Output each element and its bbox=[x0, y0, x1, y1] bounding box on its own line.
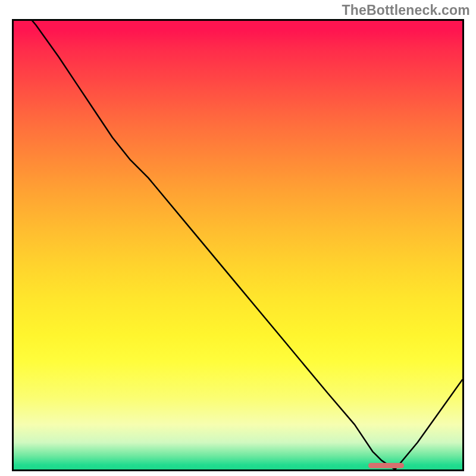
watermark-text: TheBottleneck.com bbox=[342, 2, 470, 18]
chart-frame bbox=[12, 19, 464, 471]
chart-plot-area bbox=[14, 21, 462, 469]
bottleneck-curve-path bbox=[14, 21, 462, 469]
highlight-range-marker bbox=[368, 463, 404, 468]
chart-line-svg bbox=[14, 21, 462, 469]
